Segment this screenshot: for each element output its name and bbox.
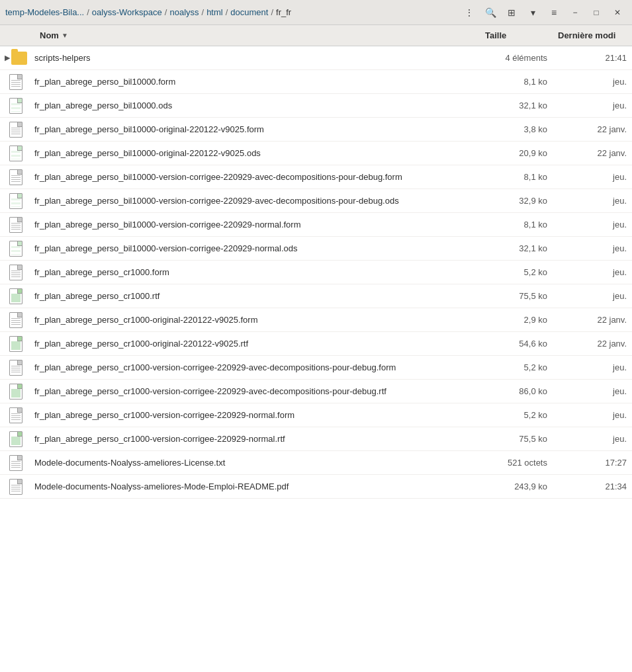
table-row[interactable]: fr_plan_abrege_perso_bil10000-version-co… [0,213,632,237]
breadcrumb: temp-Modeles-Bila... / oalyss-Workspace … [5,7,457,17]
file-size: 5,2 ko [480,362,553,372]
more-button[interactable]: ⋮ [460,3,478,22]
document-icon [9,217,23,233]
table-row[interactable]: fr_plan_abrege_perso_cr1000.rtf75,5 koje… [0,284,632,308]
file-icon-cell [0,193,32,209]
file-list: ▶scripts-helpers4 éléments21:41fr_plan_a… [0,46,632,672]
rtf-icon [9,336,23,352]
folder-expand-icon[interactable]: ▶ [5,54,10,62]
rtf-icon [9,384,23,399]
table-row[interactable]: fr_plan_abrege_perso_cr1000-version-corr… [0,380,632,403]
file-icon-cell [0,146,32,161]
table-row[interactable]: ▶scripts-helpers4 éléments21:41 [0,46,632,70]
breadcrumb-item-4[interactable]: document [230,7,268,17]
table-row[interactable]: fr_plan_abrege_perso_cr1000-original-220… [0,308,632,332]
col-date-header[interactable]: Dernière modi [553,30,632,40]
file-name: fr_plan_abrege_perso_bil10000-version-co… [32,196,480,206]
file-name: fr_plan_abrege_perso_cr1000-version-corr… [32,362,480,372]
file-size: 32,9 ko [480,196,553,206]
file-date: jeu. [553,220,632,230]
file-icon-cell [0,241,32,257]
rtf-icon [9,288,23,304]
spreadsheet-icon [9,241,23,257]
col-name-header[interactable]: Nom ▼ [32,30,480,40]
table-row[interactable]: fr_plan_abrege_perso_cr1000-version-corr… [0,356,632,380]
file-date: 22 janv. [553,315,632,325]
document-icon [9,407,23,423]
view-grid-button[interactable]: ⊞ [502,3,521,22]
spreadsheet-icon [9,98,23,114]
table-row[interactable]: fr_plan_abrege_perso_bil10000.form8,1 ko… [0,70,632,94]
breadcrumb-sep: / [201,7,206,17]
file-name: fr_plan_abrege_perso_cr1000-original-220… [32,339,480,349]
table-row[interactable]: fr_plan_abrege_perso_cr1000-original-220… [0,332,632,356]
breadcrumb-item-2[interactable]: noalyss [169,7,199,17]
file-date: 21:41 [553,53,632,63]
table-row[interactable]: fr_plan_abrege_perso_cr1000.form5,2 koje… [0,261,632,284]
document-icon [9,360,23,376]
breadcrumb-sep: / [224,7,230,17]
table-row[interactable]: fr_plan_abrege_perso_bil10000-version-co… [0,237,632,261]
file-icon-cell [0,336,32,352]
file-icon-cell [0,265,32,280]
file-date: jeu. [553,386,632,396]
breadcrumb-sep: / [85,7,91,17]
spreadsheet-icon [9,146,23,161]
document-icon [9,169,23,185]
table-row[interactable]: fr_plan_abrege_perso_bil10000-version-co… [0,165,632,189]
file-date: 21:34 [553,482,632,491]
table-row[interactable]: Modele-documents-Noalyss-ameliores-Mode-… [0,475,632,499]
col-size-header[interactable]: Taille [480,30,553,40]
breadcrumb-item-3[interactable]: html [206,7,223,17]
rtf-icon [9,431,23,447]
file-icon-cell [0,288,32,304]
breadcrumb-item-0[interactable]: temp-Modeles-Bila... [5,7,84,17]
file-name: fr_plan_abrege_perso_cr1000-version-corr… [32,410,480,420]
view-dropdown-button[interactable]: ▾ [523,3,542,22]
titlebar-actions: ⋮ 🔍 ⊞ ▾ ≡ − □ ✕ [460,3,627,22]
file-icon-cell [0,384,32,399]
file-size: 4 éléments [480,53,553,63]
file-icon-cell [0,312,32,328]
document-icon [9,265,23,280]
table-row[interactable]: fr_plan_abrege_perso_cr1000-version-corr… [0,403,632,427]
view-list-button[interactable]: ≡ [545,3,563,22]
file-date: jeu. [553,362,632,372]
document-icon [9,74,23,90]
file-date: 17:27 [553,458,632,468]
folder-icon [11,52,27,65]
file-date: jeu. [553,101,632,110]
table-row[interactable]: fr_plan_abrege_perso_bil10000-original-2… [0,118,632,142]
file-size: 521 octets [480,458,553,468]
close-button[interactable]: ✕ [608,3,627,22]
file-date: jeu. [553,291,632,301]
file-date: 22 janv. [553,124,632,134]
table-row[interactable]: fr_plan_abrege_perso_cr1000-version-corr… [0,427,632,451]
file-name: scripts-helpers [32,53,480,63]
spreadsheet-icon [9,193,23,209]
breadcrumb-item-1[interactable]: oalyss-Workspace [92,7,162,17]
document-icon [9,455,23,471]
minimize-button[interactable]: − [566,3,584,22]
file-icon-cell [0,169,32,185]
file-date: jeu. [553,243,632,253]
breadcrumb-current: fr_fr [276,7,291,17]
maximize-button[interactable]: □ [587,3,606,22]
file-icon-cell [0,122,32,138]
table-row[interactable]: fr_plan_abrege_perso_bil10000-version-co… [0,189,632,213]
file-size: 8,1 ko [480,220,553,230]
file-size: 75,5 ko [480,434,553,444]
file-name: fr_plan_abrege_perso_cr1000.rtf [32,291,480,301]
file-name: Modele-documents-Noalyss-ameliores-Mode-… [32,482,480,491]
table-row[interactable]: fr_plan_abrege_perso_bil10000.ods32,1 ko… [0,94,632,118]
table-row[interactable]: fr_plan_abrege_perso_bil10000-original-2… [0,142,632,165]
file-date: jeu. [553,434,632,444]
search-button[interactable]: 🔍 [481,3,500,22]
table-row[interactable]: Modele-documents-Noalyss-ameliores-Licen… [0,451,632,475]
file-size: 20,9 ko [480,148,553,158]
file-icon-cell [0,479,32,495]
file-name: fr_plan_abrege_perso_bil10000-version-co… [32,243,480,253]
file-size: 3,8 ko [480,124,553,134]
file-icon-cell [0,360,32,376]
sort-arrow-icon: ▼ [62,32,68,39]
